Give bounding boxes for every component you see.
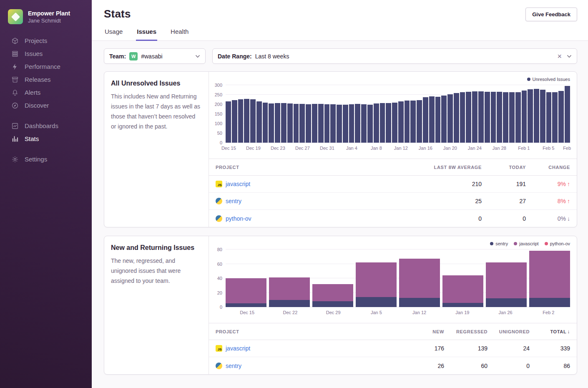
trend-arrow-icon: ↑ — [567, 198, 570, 204]
col-header-regressed[interactable]: REGRESSED — [444, 329, 487, 334]
col-header-total[interactable]: TOTAL↓ — [530, 329, 570, 335]
project-link[interactable]: sentry — [226, 198, 241, 204]
sidebar-item-label: Settings — [25, 156, 47, 163]
sidebar-item-label: Dashboards — [25, 122, 58, 129]
chevron-down-icon — [195, 55, 200, 58]
project-link[interactable]: javascript — [226, 345, 250, 352]
x-tick-label: Jan 5 — [371, 310, 382, 315]
x-tick-label: Jan 20 — [443, 146, 457, 151]
panel-description: The new, regressed, and unignored issues… — [111, 256, 202, 286]
unresolved-issues-bar — [552, 92, 558, 143]
x-tick-label: Dec 15 — [240, 310, 254, 315]
unresolved-issues-bar — [324, 104, 330, 143]
sidebar-item-settings[interactable]: Settings — [0, 153, 92, 166]
today-value: 0 — [482, 215, 526, 222]
project-link[interactable]: javascript — [226, 181, 250, 187]
y-tick-label: 40 — [217, 276, 222, 281]
performance-icon — [11, 63, 19, 71]
regressed-value: 60 — [444, 363, 487, 369]
sidebar-item-label: Discover — [25, 102, 49, 109]
discover-icon — [11, 102, 19, 109]
unresolved-issues-bar — [485, 92, 490, 143]
y-tick-label: 200 — [215, 102, 222, 107]
sidebar-item-issues[interactable]: Issues — [0, 47, 92, 60]
unresolved-issues-bar — [250, 99, 256, 143]
col-header-change[interactable]: CHANGE — [526, 165, 570, 170]
x-tick-label: Dec 27 — [295, 146, 310, 151]
unresolved-issues-bar — [558, 91, 564, 143]
bar-segment-sentry — [399, 298, 440, 307]
stacked-bar-series — [226, 249, 570, 307]
x-axis: Dec 15Dec 22Dec 29Jan 5Jan 12Jan 19Jan 2… — [226, 307, 570, 318]
content-area: Team: W #wasabi Date Range: Last 8 weeks… — [92, 41, 588, 388]
col-header-today[interactable]: TODAY — [482, 165, 526, 170]
y-tick-label: 300 — [215, 83, 222, 88]
stacked-bar — [356, 249, 397, 307]
sidebar-item-projects[interactable]: Projects — [0, 34, 92, 47]
sidebar-item-label: Releases — [25, 76, 51, 83]
legend-dot-icon — [545, 242, 548, 245]
sidebar-item-releases[interactable]: Releases — [0, 73, 92, 86]
team-selector[interactable]: Team: W #wasabi — [104, 48, 206, 64]
legend-entry-javascript[interactable]: javascript — [514, 241, 538, 246]
org-name: Empower Plant — [28, 10, 70, 17]
python-logo-icon — [216, 363, 222, 369]
org-switcher[interactable]: Empower Plant Jane Schmidt — [0, 0, 92, 24]
today-value: 27 — [482, 198, 526, 204]
tab-health[interactable]: Health — [170, 28, 189, 41]
y-tick-label: 100 — [215, 121, 222, 126]
x-tick-label: Jan 28 — [493, 146, 506, 151]
y-tick-label: 250 — [215, 92, 222, 97]
tab-issues[interactable]: Issues — [136, 28, 157, 41]
sidebar-item-label: Projects — [25, 37, 47, 44]
all-unresolved-issues-panel: All Unresolved Issues This includes New … — [104, 71, 577, 227]
legend-entry-sentry[interactable]: sentry — [490, 241, 508, 246]
unresolved-issues-bar — [509, 92, 515, 143]
sidebar-item-label: Performance — [25, 63, 60, 70]
legend-label: sentry — [495, 241, 508, 246]
unresolved-issues-bar — [312, 104, 317, 143]
y-tick-label: 150 — [215, 111, 222, 116]
new-returning-issues-panel: New and Returning Issues The new, regres… — [104, 236, 577, 375]
project-link[interactable]: python-ov — [226, 215, 251, 222]
team-value: #wasabi — [141, 53, 162, 60]
date-range-selector[interactable]: Date Range: Last 8 weeks × — [212, 48, 577, 64]
bar-segment-sentry — [529, 298, 570, 307]
col-header-average[interactable]: LAST 8W AVERAGE — [377, 165, 482, 170]
chart-legend: Unresolved Issues — [209, 72, 577, 85]
unresolved-issues-bar — [361, 104, 367, 143]
project-link[interactable]: sentry — [226, 363, 241, 369]
unresolved-issues-bar — [238, 99, 244, 143]
unresolved-issues-bar — [269, 103, 274, 143]
stacked-bar — [312, 249, 353, 307]
sidebar-item-alerts[interactable]: Alerts — [0, 86, 92, 99]
unresolved-issues-bar — [410, 101, 416, 143]
sidebar-item-discover[interactable]: Discover — [0, 99, 92, 112]
bar-segment-javascript — [226, 278, 266, 303]
tab-usage[interactable]: Usage — [104, 28, 123, 41]
org-avatar — [8, 9, 23, 24]
average-value: 0 — [377, 215, 482, 222]
x-axis: Dec 15Dec 19Dec 23Dec 27Dec 31Jan 4Jan 8… — [226, 143, 570, 154]
chart-legend: sentryjavascriptpython-ov — [209, 236, 577, 249]
col-header-new[interactable]: NEW — [394, 329, 444, 334]
clear-date-range-icon[interactable]: × — [555, 53, 563, 60]
sidebar-item-dashboards[interactable]: Dashboards — [0, 119, 92, 132]
panel-title: New and Returning Issues — [111, 244, 202, 252]
give-feedback-button[interactable]: Give Feedback — [525, 8, 577, 21]
legend-entry-unresolved[interactable]: Unresolved Issues — [527, 77, 570, 82]
legend-entry-python-ov[interactable]: python-ov — [545, 241, 570, 246]
x-tick-label: Jan 8 — [371, 146, 382, 151]
unresolved-issues-bar — [534, 89, 539, 143]
x-tick-label: Jan 19 — [455, 310, 469, 315]
x-tick-label: Dec 23 — [271, 146, 285, 151]
sidebar-item-performance[interactable]: Performance — [0, 60, 92, 73]
col-header-unignored[interactable]: UNIGNORED — [487, 329, 530, 334]
x-tick-label: Dec 31 — [320, 146, 334, 151]
unignored-value: 24 — [487, 345, 530, 352]
bar-segment-javascript — [356, 262, 397, 297]
team-avatar: W — [129, 52, 138, 60]
dashboards-icon — [11, 122, 19, 130]
sidebar-item-stats[interactable]: Stats — [0, 132, 92, 145]
table-row: javascript 210 191 9% ↑ — [209, 176, 577, 193]
